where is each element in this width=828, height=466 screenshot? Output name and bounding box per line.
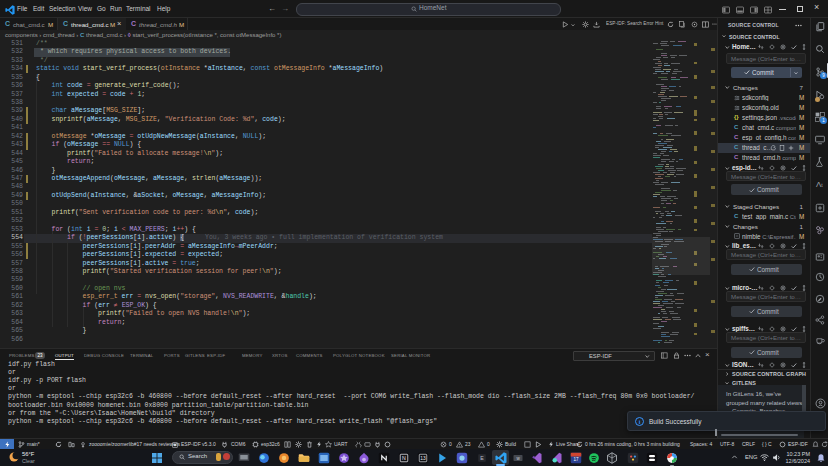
svg-text:17: 17 xyxy=(573,457,579,462)
svg-text:13: 13 xyxy=(420,456,426,461)
svg-text:N: N xyxy=(402,455,406,461)
svg-text:E: E xyxy=(480,455,484,461)
